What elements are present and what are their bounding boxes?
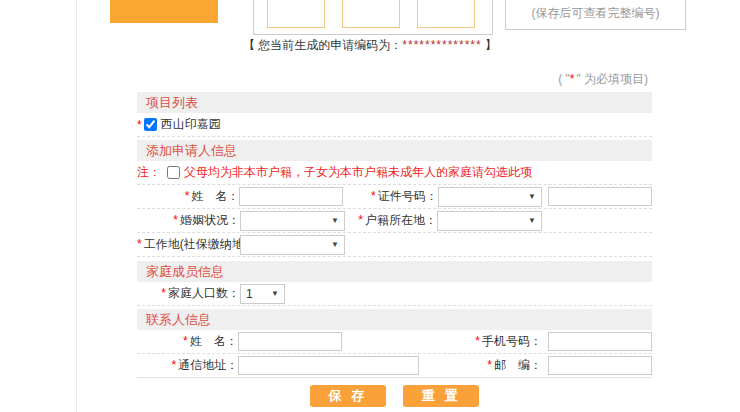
code-digit-box bbox=[417, 0, 475, 28]
chevron-down-icon: ▼ bbox=[331, 240, 339, 249]
header-orange-banner bbox=[110, 0, 218, 23]
project-item-row: * 西山印嘉园 bbox=[137, 113, 652, 137]
required-star: * bbox=[358, 213, 363, 227]
section-title: 家庭成员信息 bbox=[146, 264, 224, 279]
section-contact: 联系人信息 bbox=[137, 309, 652, 330]
code-digit-boxes-panel bbox=[253, 0, 493, 35]
family-count-select[interactable]: 1▼ bbox=[240, 284, 285, 304]
required-fields-hint: ( "*" 为必填项目) bbox=[558, 71, 648, 88]
section-title: 添加申请人信息 bbox=[146, 143, 237, 158]
id-number-label: *证件号码： bbox=[343, 188, 437, 205]
marital-status-select[interactable]: ▼ bbox=[240, 211, 345, 231]
non-local-household-checkbox[interactable] bbox=[167, 166, 180, 179]
marital-status-label: *婚姻状况： bbox=[137, 212, 240, 229]
label-text: 姓 名： bbox=[191, 189, 239, 203]
zip-label: *邮 编： bbox=[419, 357, 542, 374]
code-line-prefix: 【 您当前生成的申请编码为： bbox=[243, 38, 402, 52]
select-value: 1 bbox=[246, 287, 253, 301]
name-label: *姓 名： bbox=[137, 188, 239, 205]
mobile-label: *手机号码： bbox=[342, 333, 542, 350]
contact-name-label: *姓 名： bbox=[137, 333, 238, 350]
section-project-list: 项目列表 bbox=[137, 92, 652, 113]
required-star: * bbox=[185, 189, 190, 203]
code-digit-box bbox=[267, 0, 325, 28]
hint-right: " 为必填项目) bbox=[576, 72, 648, 86]
hint-left: ( " bbox=[558, 72, 570, 86]
family-count-row: *家庭人口数： 1▼ bbox=[137, 282, 652, 306]
reset-button[interactable]: 重 置 bbox=[403, 385, 479, 407]
hint-star: * bbox=[570, 72, 575, 86]
required-star: * bbox=[161, 286, 166, 300]
code-digit-box bbox=[342, 0, 400, 28]
required-star: * bbox=[371, 189, 376, 203]
required-star: * bbox=[475, 334, 480, 348]
chevron-down-icon: ▼ bbox=[331, 216, 339, 225]
required-star: * bbox=[137, 118, 142, 132]
chevron-down-icon: ▼ bbox=[528, 216, 536, 225]
applicant-name-input[interactable] bbox=[239, 187, 343, 206]
label-text: 户籍所在地： bbox=[365, 213, 437, 227]
household-location-select[interactable]: ▼ bbox=[437, 211, 542, 231]
workplace-label: *工作地(社保缴纳地)： bbox=[137, 236, 240, 253]
page-left-border bbox=[76, 0, 77, 412]
project-item-label: 西山印嘉园 bbox=[161, 116, 221, 133]
applicant-row-marital-household: *婚姻状况： ▼ *户籍所在地： ▼ bbox=[137, 209, 652, 233]
save-button[interactable]: 保 存 bbox=[310, 385, 386, 407]
label-text: 通信地址： bbox=[178, 358, 238, 372]
contact-row-name-mobile: *姓 名： *手机号码： bbox=[137, 330, 652, 354]
label-text: 手机号码： bbox=[482, 334, 542, 348]
application-form: 项目列表 * 西山印嘉园 添加申请人信息 注： 父母均为非本市户籍，子女为本市户… bbox=[137, 92, 652, 407]
contact-name-input[interactable] bbox=[238, 332, 342, 351]
required-star: * bbox=[137, 237, 142, 251]
address-input[interactable] bbox=[238, 356, 419, 375]
applicant-row-workplace: *工作地(社保缴纳地)： ▼ bbox=[137, 233, 652, 257]
household-location-label: *户籍所在地： bbox=[345, 212, 437, 229]
section-family-members: 家庭成员信息 bbox=[137, 261, 652, 282]
label-text: 婚姻状况： bbox=[180, 213, 240, 227]
contact-row-address-zip: *通信地址： *邮 编： bbox=[137, 354, 652, 378]
required-star: * bbox=[183, 334, 188, 348]
section-title: 联系人信息 bbox=[146, 312, 211, 327]
code-note-text: (保存后可查看完整编号) bbox=[532, 5, 660, 22]
form-actions: 保 存 重 置 bbox=[137, 385, 652, 407]
mobile-input[interactable] bbox=[548, 332, 652, 351]
code-note-box: (保存后可查看完整编号) bbox=[505, 0, 686, 30]
label-text: 姓 名： bbox=[190, 334, 238, 348]
id-number-input[interactable] bbox=[548, 187, 652, 206]
applicant-row-name-id: *姓 名： *证件号码： ▼ bbox=[137, 185, 652, 209]
section-title: 项目列表 bbox=[146, 95, 198, 110]
project-item-checkbox[interactable] bbox=[144, 118, 157, 131]
required-star: * bbox=[172, 358, 177, 372]
label-text: 邮 编： bbox=[494, 358, 542, 372]
family-count-label: *家庭人口数： bbox=[137, 285, 240, 302]
code-mask: ************** bbox=[402, 38, 481, 52]
workplace-select[interactable]: ▼ bbox=[240, 235, 345, 255]
chevron-down-icon: ▼ bbox=[271, 289, 279, 298]
generated-code-line: 【 您当前生成的申请编码为：************** 】 bbox=[0, 37, 740, 54]
note-text: 父母均为非本市户籍，子女为本市户籍未成年人的家庭请勾选此项 bbox=[184, 164, 532, 181]
label-text: 证件号码： bbox=[378, 189, 438, 203]
required-star: * bbox=[173, 213, 178, 227]
chevron-down-icon: ▼ bbox=[528, 192, 536, 201]
required-star: * bbox=[487, 358, 492, 372]
zip-input[interactable] bbox=[548, 356, 652, 375]
code-line-suffix: 】 bbox=[482, 38, 497, 52]
applicant-note-row: 注： 父母均为非本市户籍，子女为本市户籍未成年人的家庭请勾选此项 bbox=[137, 161, 652, 185]
id-type-select[interactable]: ▼ bbox=[438, 187, 542, 207]
note-prefix: 注： bbox=[137, 164, 161, 181]
label-text: 家庭人口数： bbox=[168, 286, 240, 300]
address-label: *通信地址： bbox=[137, 357, 238, 374]
section-add-applicant: 添加申请人信息 bbox=[137, 140, 652, 161]
